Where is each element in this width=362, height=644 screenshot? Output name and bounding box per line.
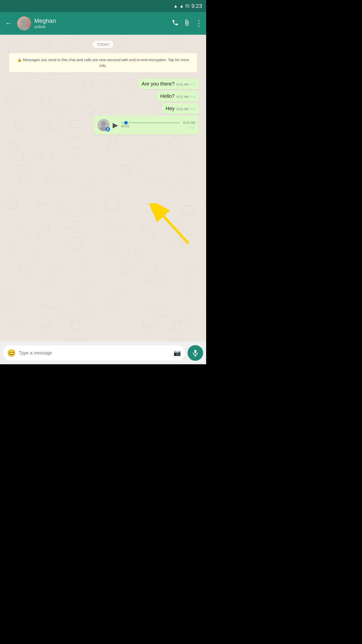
input-bar: 😊 📷 [0, 342, 206, 364]
mic-button[interactable] [188, 345, 203, 361]
encryption-text: Messages you send to this chat and calls… [23, 58, 189, 68]
message-text-1: Are you there? [142, 81, 174, 87]
voice-avatar [98, 119, 110, 131]
message-bubble-1[interactable]: Are you there? 9:21 AM ✓✓ [138, 78, 199, 89]
double-check-icon-1: ✓✓ [190, 82, 196, 86]
nav-bar: ◀ ○ □ [0, 364, 206, 365]
svg-rect-53 [107, 128, 108, 130]
status-time: 9:23 [191, 3, 202, 9]
message-meta-2: 9:21 AM ✓✓ [176, 95, 196, 99]
message-text-2: Hello? [160, 93, 175, 99]
message-time-3: 9:22 AM [176, 107, 189, 111]
mic-badge [106, 127, 110, 132]
status-icons: ▲ ▲ 91 9:23 [173, 3, 202, 9]
input-field[interactable]: 😊 📷 [3, 345, 185, 360]
contact-status: online [34, 24, 169, 29]
message-2: Hello? 9:21 AM ✓✓ [157, 91, 199, 102]
date-badge: TODAY [93, 41, 113, 48]
chat-area: TODAY 🔒 Messages you send to this chat a… [0, 35, 206, 342]
message-meta-3: 9:22 AM ✓✓ [176, 107, 196, 111]
voice-bubble[interactable]: ▶ 00:02 9:22 AM ✓✓ [94, 115, 199, 135]
avatar-image [17, 16, 31, 30]
status-bar: ▲ ▲ 91 9:23 [0, 0, 206, 12]
emoji-button[interactable]: 😊 [7, 349, 16, 357]
lock-icon: 🔒 [17, 58, 22, 62]
voice-waveform: 00:02 [121, 122, 180, 128]
back-button[interactable]: ← [3, 17, 14, 29]
double-check-icon-2: ✓✓ [190, 95, 196, 99]
message-time-2: 9:21 AM [176, 95, 189, 99]
double-check-icon-3: ✓✓ [190, 107, 196, 111]
chat-content: TODAY 🔒 Messages you send to this chat a… [0, 35, 206, 342]
voice-duration: 00:02 [121, 124, 180, 128]
camera-button[interactable]: 📷 [173, 349, 181, 356]
play-button[interactable]: ▶ [113, 121, 118, 129]
voice-check-icon: ✓✓ [189, 126, 195, 130]
phone-icon[interactable] [172, 19, 179, 28]
signal-icon: ▲ [179, 4, 184, 9]
voice-meta: 9:22 AM ✓✓ [183, 121, 195, 130]
messages-container: Are you there? 9:21 AM ✓✓ Hello? 9:21 AM… [4, 78, 202, 135]
svg-rect-57 [194, 350, 196, 353]
svg-point-1 [19, 25, 29, 30]
waveform-dot [124, 121, 128, 125]
message-meta-1: 9:21 AM ✓✓ [176, 82, 196, 86]
arrow-annotation [143, 203, 194, 250]
voice-message: ▶ 00:02 9:22 AM ✓✓ [94, 115, 199, 135]
svg-point-51 [101, 121, 106, 126]
wifi-icon: ▲ [173, 4, 178, 9]
message-time-1: 9:21 AM [176, 83, 189, 86]
contact-name: Meghan [34, 17, 169, 24]
attach-icon[interactable] [183, 19, 190, 28]
voice-time: 9:22 AM [183, 121, 195, 125]
svg-line-56 [158, 211, 189, 244]
svg-point-0 [21, 19, 27, 25]
more-icon[interactable]: ⋮ [195, 19, 203, 28]
chat-header: ← Meghan online ⋮ [0, 12, 206, 35]
message-input[interactable] [19, 350, 170, 356]
avatar[interactable] [17, 16, 31, 30]
message-3: Hey 9:22 AM ✓✓ [162, 103, 199, 114]
message-bubble-3[interactable]: Hey 9:22 AM ✓✓ [162, 103, 199, 114]
waveform-track [121, 122, 180, 123]
message-1: Are you there? 9:21 AM ✓✓ [138, 78, 199, 89]
message-text-3: Hey [166, 106, 175, 111]
encryption-notice[interactable]: 🔒 Messages you send to this chat and cal… [9, 53, 197, 72]
header-actions: ⋮ [172, 19, 203, 28]
message-bubble-2[interactable]: Hello? 9:21 AM ✓✓ [157, 91, 199, 102]
battery-label: 91 [185, 4, 190, 8]
contact-info[interactable]: Meghan online [34, 17, 169, 29]
